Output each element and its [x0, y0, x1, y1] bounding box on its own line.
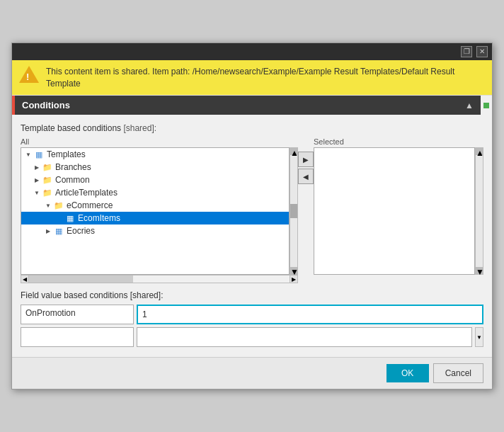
field-value-input[interactable]	[137, 305, 483, 324]
field-scroll-btn[interactable]: ▼	[475, 327, 483, 347]
toggle-ecomitems	[55, 214, 64, 222]
cancel-button[interactable]: Cancel	[433, 363, 483, 383]
folder-icon-ecommerce: 📁	[54, 200, 64, 210]
green-dot	[483, 103, 489, 108]
sel-scroll-down[interactable]: ▼	[476, 267, 483, 274]
tree-section: All ▼ ▦ Templates ▶	[21, 137, 483, 283]
selected-panel[interactable]	[314, 147, 475, 275]
warning-text: This content item is shared. Item path: …	[46, 66, 485, 90]
field-conditions-label: Field value based conditions [shared]:	[21, 290, 483, 300]
tree-item-articletemplates[interactable]: ▼ 📁 ArticleTemplates	[21, 186, 289, 199]
toggle-articletemplates[interactable]: ▼	[33, 188, 41, 197]
scroll-right-btn[interactable]: ▶	[290, 275, 298, 283]
field-row-1: OnPromotion	[21, 305, 483, 324]
all-tree-panel[interactable]: ▼ ▦ Templates ▶ 📁 Branches	[21, 147, 290, 275]
selected-scroll-spacer	[314, 275, 483, 283]
field-shared-label: [shared]:	[130, 290, 164, 300]
toggle-templates[interactable]: ▼	[24, 150, 33, 159]
selected-header: Selected	[314, 137, 483, 146]
toggle-ecommerce[interactable]: ▼	[44, 201, 52, 210]
field-name-input[interactable]: OnPromotion	[21, 305, 134, 324]
dialog-window: ❐ ✕ This content item is shared. Item pa…	[11, 42, 493, 390]
content-area: Template based conditions [shared]: All …	[12, 115, 492, 283]
all-header: All	[21, 137, 298, 146]
scroll-left-btn[interactable]: ◀	[21, 275, 29, 283]
field-value-empty[interactable]	[137, 327, 472, 347]
section-title: Conditions	[22, 100, 70, 110]
item-label-ecomitems: EcomItems	[78, 213, 120, 223]
section-chevron[interactable]: ▲	[465, 101, 474, 110]
move-left-button[interactable]: ◀	[298, 169, 314, 184]
scroll-up-btn[interactable]: ▲	[290, 148, 297, 155]
tree-item-eocries[interactable]: ▶ ▦ Eocries	[21, 224, 289, 237]
field-row-2: ▼	[21, 327, 483, 347]
dialog-footer: OK Cancel	[12, 357, 492, 389]
item-label-templates: Templates	[47, 149, 86, 159]
template-icon: ▦	[34, 149, 44, 159]
title-bar: ❐ ✕	[12, 43, 492, 60]
tree-item-branches[interactable]: ▶ 📁 Branches	[21, 161, 289, 174]
tree-item-templates[interactable]: ▼ ▦ Templates	[21, 148, 289, 161]
move-right-button[interactable]: ▶	[298, 152, 314, 167]
horizontal-scroll-thumb[interactable]	[29, 275, 133, 283]
item-label-common: Common	[55, 175, 90, 185]
scroll-down-btn[interactable]: ▼	[290, 267, 297, 274]
shared-label: [shared]:	[123, 123, 156, 133]
folder-icon-articletemplates: 📁	[42, 188, 52, 198]
close-button[interactable]: ✕	[476, 46, 488, 57]
ok-button[interactable]: OK	[386, 364, 429, 382]
tree-item-common[interactable]: ▶ 📁 Common	[21, 174, 289, 186]
header-right: ▲	[465, 101, 474, 110]
tree-scroll[interactable]: ▼ ▦ Templates ▶ 📁 Branches	[21, 148, 289, 260]
item-label-ecommerce: eCommerce	[67, 200, 113, 210]
transfer-controls: ▶ ◀	[298, 137, 314, 184]
all-tree-wrapper: All ▼ ▦ Templates ▶	[21, 137, 298, 283]
tree-item-ecomitems[interactable]: ▦ EcomItems	[21, 212, 289, 224]
item-label-branches: Branches	[55, 162, 91, 172]
item-label-eocries: Eocries	[67, 226, 95, 236]
selected-tree-wrapper: Selected ▲ ▼	[314, 137, 483, 283]
horizontal-scroll-track[interactable]	[29, 275, 290, 283]
field-section: Field value based conditions [shared]: O…	[12, 283, 492, 357]
warning-icon	[19, 66, 39, 83]
template-icon-eocries: ▦	[54, 226, 64, 236]
tree-scrollbar[interactable]: ▲ ▼	[290, 147, 298, 275]
scroll-thumb[interactable]	[290, 204, 297, 218]
selected-scrollbar[interactable]: ▲ ▼	[475, 147, 483, 275]
toggle-common[interactable]: ▶	[33, 176, 41, 184]
tree-item-ecommerce[interactable]: ▼ 📁 eCommerce	[21, 199, 289, 212]
warning-bar: This content item is shared. Item path: …	[12, 60, 492, 96]
field-name-empty[interactable]	[21, 327, 134, 347]
folder-icon-common: 📁	[42, 175, 52, 185]
folder-icon-branches: 📁	[42, 162, 52, 172]
sel-scroll-up[interactable]: ▲	[476, 148, 483, 155]
template-conditions-label: Template based conditions [shared]:	[21, 123, 483, 133]
template-icon-ecomitems: ▦	[65, 213, 75, 223]
restore-button[interactable]: ❐	[461, 46, 472, 57]
toggle-branches[interactable]: ▶	[33, 163, 41, 171]
horizontal-scrollbar-row: ◀ ▶	[21, 275, 298, 283]
conditions-section-header: Conditions ▲	[12, 96, 481, 115]
toggle-eocries[interactable]: ▶	[44, 227, 52, 235]
item-label-articletemplates: ArticleTemplates	[55, 188, 118, 198]
